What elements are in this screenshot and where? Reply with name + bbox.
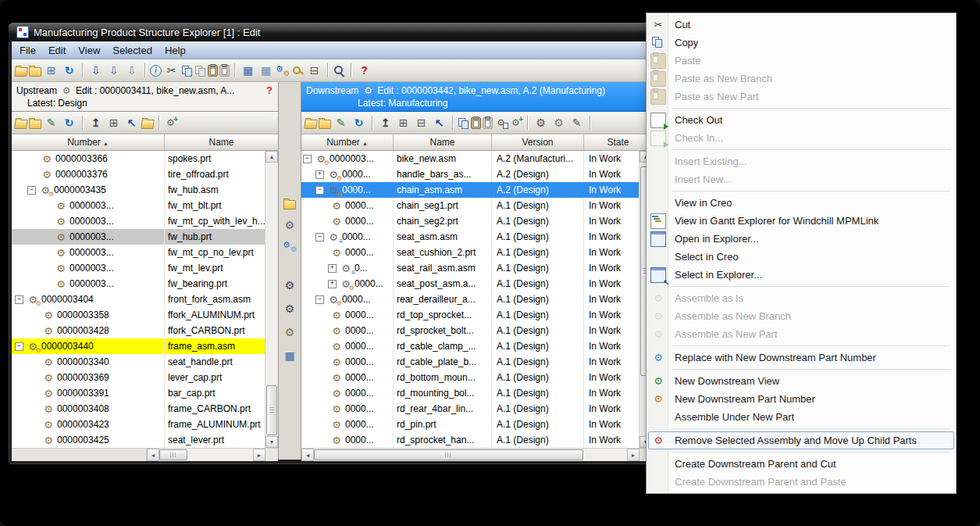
refresh-icon[interactable]: ↻ xyxy=(351,115,367,131)
gear-number-new-icon[interactable]: ⚙ xyxy=(651,392,665,406)
gear-down-icon[interactable]: ⚙ xyxy=(282,300,298,317)
tree-row-fw-mt-cp-with-lev-h[interactable]: 0000003...fw_mt_cp_with_lev_h... xyxy=(12,213,265,229)
menu-item-copy[interactable]: Copy xyxy=(648,34,954,52)
horizontal-scroll-track[interactable] xyxy=(314,449,627,461)
gantt-icon[interactable] xyxy=(650,213,666,229)
vertical-scroll-thumb[interactable] xyxy=(266,385,277,435)
edit-doc-icon[interactable]: ✎ xyxy=(568,115,585,131)
menu-item-replace-with-new-downstream-part-number[interactable]: ⚙Replace with New Downstream Part Number xyxy=(648,349,954,367)
gear-new-icon[interactable] xyxy=(509,116,522,129)
tree-row-ffork-carbon-prt[interactable]: 0000003428ffork_CARBON.prt xyxy=(12,323,265,338)
tree-row-seat-post-asm-a[interactable]: 0000...seat_post_asm.a...A.1 (Design)In … xyxy=(301,276,639,292)
collapse-toggle[interactable] xyxy=(303,155,312,163)
menubar-item-help[interactable]: Help xyxy=(159,41,192,59)
menu-item-select-in-creo[interactable]: Select in Creo xyxy=(648,248,954,266)
refresh-icon[interactable]: ↻ xyxy=(61,115,77,131)
tree-row-spokes-prt[interactable]: 0000003366spokes.prt xyxy=(12,151,265,166)
menu-item-view-in-creo[interactable]: View in Creo xyxy=(648,194,954,212)
gears-blue-icon[interactable] xyxy=(283,240,297,253)
collapse-toggle[interactable] xyxy=(15,295,23,304)
tree-row-seat-asm-asm[interactable]: 0000...seat_asm.asmA.1 (Design)In Work xyxy=(301,229,639,245)
cut-icon[interactable]: ✂ xyxy=(651,18,665,32)
gear-tools-icon[interactable]: ⚙ xyxy=(533,115,549,131)
collapse-toggle[interactable] xyxy=(315,186,324,195)
menu-item-check-out[interactable]: Check Out xyxy=(648,111,954,129)
paste-alt-icon[interactable] xyxy=(219,65,230,77)
cut-icon[interactable]: ✂ xyxy=(163,63,180,79)
horizontal-scroll-track[interactable] xyxy=(159,449,253,461)
up-structure-icon[interactable]: ↥ xyxy=(377,115,394,131)
copy-alt-icon[interactable] xyxy=(194,65,206,77)
menu-item-insert-new[interactable]: Insert New... xyxy=(648,170,954,188)
scroll-left-button[interactable] xyxy=(301,449,314,461)
open-folder-icon[interactable] xyxy=(304,120,317,129)
gear-gray-icon[interactable]: ⚙ xyxy=(651,310,665,324)
tree-row-rd-rear-4bar-lin[interactable]: 0000...rd_rear_4bar_lin...A.1 (Design)In… xyxy=(301,401,639,417)
export-down-2-icon[interactable]: ⇩ xyxy=(105,63,122,79)
checkout-edit-icon[interactable]: ✎ xyxy=(43,115,59,131)
new-item-icon[interactable] xyxy=(283,200,296,209)
menu-item-assemble-as-new-branch[interactable]: ⚙Assemble as New Branch xyxy=(648,307,954,325)
menubar-item-view[interactable]: View xyxy=(72,41,106,59)
column-header-name[interactable]: Name xyxy=(394,134,492,150)
gear-remove-icon[interactable]: ⚙ xyxy=(651,434,665,448)
paste-icon[interactable] xyxy=(650,53,666,69)
menu-item-new-downstream-part-number[interactable]: ⚙New Downstream Part Number xyxy=(648,390,954,408)
collapse-toggle[interactable] xyxy=(15,342,23,351)
open-view-icon[interactable] xyxy=(141,120,154,129)
tree-row-rd-pin-prt[interactable]: 0000...rd_pin.prtA.1 (Design)In Work xyxy=(301,417,639,432)
menu-item-new-downstream-view[interactable]: ⚙New Downstream View xyxy=(648,372,954,390)
gear-view-new-icon[interactable]: ⚙ xyxy=(651,374,665,388)
checkout-edit-icon[interactable]: ✎ xyxy=(333,115,349,131)
window-open-icon[interactable] xyxy=(650,231,666,247)
copy-icon[interactable] xyxy=(651,36,665,50)
refresh-icon[interactable]: ↻ xyxy=(61,63,77,79)
open-folder-icon[interactable] xyxy=(14,67,27,77)
up-structure-icon[interactable]: ↥ xyxy=(87,115,104,131)
collapse-toggle[interactable] xyxy=(27,186,36,195)
paste-icon[interactable] xyxy=(650,89,666,105)
select-cursor-icon[interactable]: ↖ xyxy=(431,115,447,131)
tree-row-seat-handle-prt[interactable]: 0000003340seat_handle.prt xyxy=(12,354,265,370)
open-folder-icon[interactable] xyxy=(14,120,27,129)
tree-row-lever-cap-prt[interactable]: 0000003369lever_cap.prt xyxy=(12,370,265,385)
horizontal-scroll-thumb[interactable] xyxy=(159,449,187,460)
tree-row-rd-cable-clamp[interactable]: 0000...rd_cable_clamp_...A.1 (Design)In … xyxy=(301,338,639,354)
menu-item-create-downstream-parent-and-paste[interactable]: Create Downstream Parent and Paste xyxy=(648,473,954,491)
menu-item-remove-selected-assembly-and-move-up-child-parts[interactable]: ⚙Remove Selected Assembly and Move Up Ch… xyxy=(648,431,954,449)
paste-alt-icon[interactable] xyxy=(483,117,493,129)
window-select-icon[interactable] xyxy=(650,267,666,283)
menubar-item-edit[interactable]: Edit xyxy=(42,41,72,59)
gear-copy-icon[interactable] xyxy=(494,116,508,129)
menu-item-open-in-explorer[interactable]: Open in Explorer... xyxy=(648,230,954,248)
menu-item-assemble-as-new-part[interactable]: ⚙Assemble as New Part xyxy=(648,325,954,343)
tree-row-rd-cable-plate-b[interactable]: 0000...rd_cable_plate_b...A.1 (Design)In… xyxy=(301,354,639,370)
tree-row-rd-sprocket-bolt[interactable]: 0000...rd_sprocket_bolt...A.1 (Design)In… xyxy=(301,323,639,338)
tree-row-rd-mounting-bol[interactable]: 0000...rd_mounting_bol...A.1 (Design)In … xyxy=(301,385,639,401)
tree-row-frame-carbon-prt[interactable]: 0000003408frame_CARBON.prt xyxy=(12,401,265,417)
menu-item-assemble-as-is[interactable]: ⚙Assemble as Is xyxy=(648,289,954,307)
tree-row-rd-top-sprocket[interactable]: 0000...rd_top_sprocket...A.1 (Design)In … xyxy=(301,307,639,323)
tree-row-frame-asm-asm[interactable]: 0000003440frame_asm.asm xyxy=(12,338,265,354)
tree-row-seat-rail-asm-asm[interactable]: 0...seat_rail_asm.asmA.1 (Design)In Work xyxy=(301,260,639,276)
tree-row-fw-mt-lev-prt[interactable]: 0000003...fw_mt_lev.prt xyxy=(12,260,265,276)
tree-row-bar-cap-prt[interactable]: 0000003391bar_cap.prt xyxy=(12,385,265,401)
collapse-toggle[interactable] xyxy=(315,233,324,242)
new-folder-icon[interactable] xyxy=(29,67,41,77)
column-header-number[interactable]: Number xyxy=(12,134,165,150)
tree-row-fw-bearing-prt[interactable]: 0000003...fw_bearing.prt xyxy=(12,276,265,292)
scroll-down-button[interactable] xyxy=(265,436,278,448)
expand-grid-icon[interactable]: ⊞ xyxy=(105,115,122,131)
expand-toggle[interactable] xyxy=(328,280,337,288)
structure-tree-icon[interactable]: ⊞ xyxy=(43,63,59,79)
select-cursor-icon[interactable]: ↖ xyxy=(123,115,140,131)
collapse-toggle[interactable] xyxy=(315,295,324,304)
export-down-3-icon[interactable]: ⇩ xyxy=(123,63,140,79)
grid-table-icon[interactable]: ▦ xyxy=(282,347,298,363)
column-header-number[interactable]: Number xyxy=(301,134,394,150)
menu-item-select-in-explorer[interactable]: Select in Explorer... xyxy=(648,266,954,284)
find-key-icon[interactable] xyxy=(291,64,305,77)
expand-grid-icon[interactable]: ⊞ xyxy=(395,115,412,131)
tree-row-front-fork-asm-asm[interactable]: 0000003404front_fork_asm.asm xyxy=(12,292,265,307)
tree-row-tire-offroad-prt[interactable]: 0000003376tire_offroad.prt xyxy=(12,166,265,182)
